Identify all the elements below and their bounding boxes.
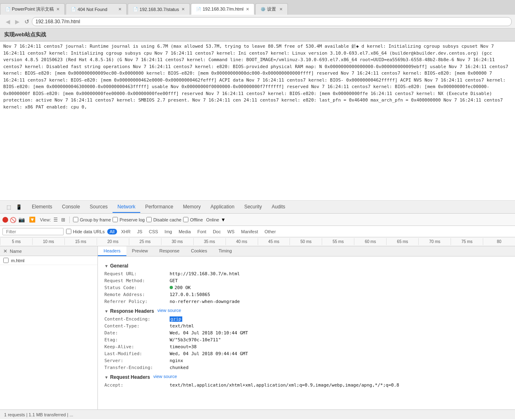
- response-headers-list: Content-Encoding:gzipContent-Type:text/h…: [104, 316, 508, 371]
- tab-application[interactable]: Application: [206, 201, 239, 213]
- tick-5ms: 5 ms: [0, 238, 32, 245]
- tick-30ms: 30 ms: [161, 238, 193, 245]
- response-header-val: W/"5b3c970c-10e711": [170, 337, 221, 343]
- back-button[interactable]: ◀: [3, 18, 13, 26]
- camera-button[interactable]: 📷: [17, 216, 26, 223]
- list-view-icon[interactable]: ☰: [53, 217, 59, 223]
- tab-title-status: 192.168.30.7/status: [139, 7, 179, 12]
- tab-console[interactable]: Console: [57, 201, 85, 213]
- remote-address-key: Remote Address:: [104, 292, 170, 297]
- tab-title-404: 404 Not Found: [77, 7, 116, 12]
- filter-button[interactable]: 🔽: [28, 216, 37, 223]
- response-header-val: Wed, 04 Jul 2018 09:44:44 GMT: [170, 351, 248, 356]
- response-header-key: Server:: [104, 358, 170, 363]
- filter-tag-xhr[interactable]: XHR: [119, 229, 133, 234]
- general-section-header: General: [104, 263, 508, 269]
- devtools-tab-bar: ⬚ 📱 Elements Console Sources Network Per…: [0, 201, 515, 214]
- tick-80: 80: [483, 238, 515, 245]
- detail-tab-timing[interactable]: Timing: [213, 246, 238, 256]
- detail-tab-response[interactable]: Response: [154, 246, 186, 256]
- filter-tag-font[interactable]: Font: [195, 229, 209, 234]
- filter-tag-js[interactable]: JS: [135, 229, 145, 234]
- offline-checkbox[interactable]: Offline: [183, 217, 203, 222]
- tab-security[interactable]: Security: [239, 201, 267, 213]
- dropdown-icon[interactable]: ▼: [221, 217, 225, 223]
- forward-button[interactable]: ▶: [13, 18, 22, 26]
- offline-input[interactable]: [183, 217, 188, 222]
- tab-404notfound[interactable]: 📄 404 Not Found ✕: [66, 3, 127, 15]
- filter-tag-css[interactable]: CSS: [146, 229, 161, 234]
- filter-tag-media[interactable]: Media: [176, 229, 193, 234]
- filter-tag-doc[interactable]: Doc: [210, 229, 223, 234]
- group-by-frame-checkbox[interactable]: Group by frame: [73, 217, 111, 222]
- tab-close-status[interactable]: ✕: [181, 7, 185, 11]
- response-header-key: Last-Modified:: [104, 351, 170, 356]
- network-toolbar: 🚫 📷 🔽 View: ☰ ⊞ Group by frame Preserve …: [0, 214, 515, 226]
- tab-sources[interactable]: Sources: [85, 201, 113, 213]
- grid-view-icon[interactable]: ⊞: [60, 217, 66, 223]
- tab-icon-status: 📄: [133, 7, 138, 11]
- inspect-icon[interactable]: ⬚: [4, 203, 13, 212]
- filter-tag-all[interactable]: All: [107, 229, 117, 234]
- hide-data-urls-input[interactable]: [66, 229, 71, 234]
- detail-tab-cookies[interactable]: Cookies: [185, 246, 213, 256]
- close-panel-button[interactable]: ✕: [3, 248, 7, 254]
- tab-performance[interactable]: Performance: [140, 201, 178, 213]
- preserve-log-label: Preserve log: [119, 217, 145, 222]
- tab-close-404[interactable]: ✕: [118, 7, 122, 11]
- record-button[interactable]: [2, 217, 8, 223]
- response-view-source-link[interactable]: view source: [157, 308, 181, 313]
- response-header-val: nginx: [170, 358, 183, 363]
- refresh-button[interactable]: ↺: [22, 18, 32, 26]
- request-url-key: Request URL:: [104, 271, 170, 276]
- tab-memory[interactable]: Memory: [178, 201, 206, 213]
- stop-button[interactable]: 🚫: [10, 217, 15, 223]
- detail-tab-headers[interactable]: Headers: [98, 246, 126, 256]
- filter-tag-other[interactable]: Other: [262, 229, 278, 234]
- tab-elements[interactable]: Elements: [27, 201, 57, 213]
- tab-powerpointpresentation[interactable]: 📄 PowerPoint 演示文稿 ✕: [0, 3, 65, 15]
- request-view-source-link[interactable]: view source: [153, 374, 177, 379]
- group-by-frame-input[interactable]: [73, 217, 78, 222]
- tick-75ms: 75 ms: [451, 238, 483, 245]
- hide-data-urls-checkbox[interactable]: Hide data URLs: [66, 229, 105, 234]
- tab-settings[interactable]: ⚙️ 设置 ✕: [255, 3, 288, 15]
- timeline-bar: 5 ms 10 ms 15 ms 20 ms 25 ms 30 ms 35 ms…: [0, 237, 515, 246]
- detail-content: General Request URL: http://192.168.30.7…: [98, 256, 515, 392]
- tab-icon-404: 📄: [71, 7, 76, 11]
- tab-close-ppt[interactable]: ✕: [56, 7, 60, 11]
- detail-tab-preview[interactable]: Preview: [126, 246, 154, 256]
- filter-tag-ws[interactable]: WS: [225, 229, 237, 234]
- remote-address-row: Remote Address: 127.0.0.1:50865: [104, 291, 508, 298]
- network-split: ✕ Name m.html Headers Preview Response C…: [0, 246, 515, 409]
- tick-55ms: 55 ms: [322, 238, 354, 245]
- tab-status[interactable]: 📄 192.168.30.7/status ✕: [128, 3, 190, 15]
- tab-bar: 📄 PowerPoint 演示文稿 ✕ 📄 404 Not Found ✕ 📄 …: [0, 0, 515, 15]
- preserve-log-checkbox[interactable]: Preserve log: [113, 217, 145, 222]
- tab-audits[interactable]: Audits: [267, 201, 290, 213]
- device-icon[interactable]: 📱: [13, 203, 24, 212]
- tab-close-settings[interactable]: ✕: [279, 7, 283, 11]
- filter-input[interactable]: [2, 228, 64, 235]
- tick-35ms: 35 ms: [193, 238, 225, 245]
- tab-close-mhtml[interactable]: ✕: [246, 7, 249, 11]
- list-item[interactable]: m.html: [0, 256, 97, 265]
- referrer-policy-val: no-referrer-when-downgrade: [170, 299, 240, 304]
- address-input[interactable]: [32, 17, 512, 26]
- filter-tag-manifest[interactable]: Manifest: [239, 229, 261, 234]
- preserve-log-input[interactable]: [113, 217, 118, 222]
- tick-45ms: 45 ms: [258, 238, 290, 245]
- disable-cache-checkbox[interactable]: Disable cache: [146, 217, 181, 222]
- file-checkbox[interactable]: [3, 258, 9, 263]
- response-header-row: Server:nginx: [104, 357, 508, 364]
- tick-65ms: 65 ms: [386, 238, 418, 245]
- filter-tag-img[interactable]: Img: [162, 229, 175, 234]
- response-header-key: Content-Type:: [104, 323, 170, 329]
- tab-title-ppt: PowerPoint 演示文稿: [12, 6, 54, 12]
- disable-cache-input[interactable]: [146, 217, 152, 222]
- devtools-icons: ⬚ 📱: [2, 203, 27, 212]
- filter-bar: Hide data URLs All XHR JS CSS Img Media …: [0, 226, 515, 237]
- tab-mhtml[interactable]: 📄 192.168.30.7/m.html ✕: [191, 3, 254, 15]
- tab-network[interactable]: Network: [113, 201, 140, 213]
- response-header-val: timeout=38: [170, 344, 197, 349]
